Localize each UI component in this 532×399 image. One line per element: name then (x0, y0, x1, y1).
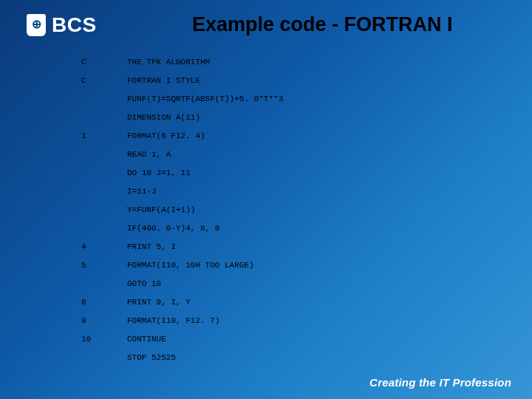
code-line: DIMENSION A(11) (81, 113, 502, 132)
bcs-logo: ⊕ BCS (27, 13, 97, 37)
code-line: CTHE TPK ALGORITHM (81, 58, 502, 76)
code-line: Y=FUNF(A(I+1)) (81, 205, 502, 224)
code-line: 8PRINT 9, I, Y (81, 298, 502, 316)
code-stmt: GOTO 10 (127, 279, 502, 288)
code-line: GOTO 10 (81, 279, 502, 298)
code-line: FUNF(T)=SQRTF(ABSF(T))+5. 0*T**3 (81, 95, 502, 113)
footer-bold: IT (439, 376, 449, 389)
code-line: 1FORMAT(6 F12. 4) (81, 132, 502, 150)
code-label: 4 (81, 242, 127, 251)
code-stmt: IF(400. 0-Y)4, 8, 8 (127, 224, 502, 233)
code-line: 9FORMAT(I10, F12. 7) (81, 316, 502, 335)
code-line: 5FORMAT(I10, 10H TOO LARGE) (81, 261, 502, 279)
bcs-logo-text: BCS (52, 13, 97, 37)
code-block: CTHE TPK ALGORITHM CFORTRAN I STYLE FUNF… (81, 58, 502, 372)
code-stmt: PRINT 5, I (127, 242, 502, 251)
code-line: STOP 52525 (81, 353, 502, 372)
code-stmt: DO 10 J=1, 11 (127, 168, 502, 177)
code-line: IF(400. 0-Y)4, 8, 8 (81, 224, 502, 242)
code-label: C (81, 76, 127, 85)
code-stmt: Y=FUNF(A(I+1)) (127, 205, 502, 214)
code-label: 9 (81, 316, 127, 325)
slide: ⊕ BCS Example code - FORTRAN I CTHE TPK … (0, 0, 532, 399)
page-title: Example code - FORTRAN I (192, 13, 510, 36)
code-stmt: FORMAT(I10, 10H TOO LARGE) (127, 261, 502, 270)
code-line: 4PRINT 5, I (81, 242, 502, 261)
code-line: I=11-J (81, 187, 502, 205)
bcs-logo-badge: ⊕ (27, 14, 46, 36)
code-label: 10 (81, 335, 127, 344)
code-label: C (81, 58, 127, 66)
code-label: 5 (81, 261, 127, 270)
code-line: DO 10 J=1, 11 (81, 168, 502, 187)
code-stmt: STOP 52525 (127, 353, 502, 362)
code-stmt: FORMAT(6 F12. 4) (127, 132, 502, 140)
code-stmt: FUNF(T)=SQRTF(ABSF(T))+5. 0*T**3 (127, 95, 502, 103)
code-stmt: THE TPK ALGORITHM (127, 58, 502, 66)
code-line: 10CONTINUE (81, 335, 502, 353)
code-stmt: I=11-J (127, 187, 502, 196)
code-stmt: CONTINUE (127, 335, 502, 344)
code-label: 8 (81, 298, 127, 307)
footer-suffix: Profession (449, 376, 511, 389)
footer-tagline: Creating the IT Profession (369, 376, 511, 389)
footer-prefix: Creating the (369, 376, 439, 389)
code-stmt: FORTRAN I STYLE (127, 76, 502, 85)
code-label: 1 (81, 132, 127, 140)
code-line: READ 1, A (81, 150, 502, 168)
code-stmt: FORMAT(I10, F12. 7) (127, 316, 502, 325)
code-line: CFORTRAN I STYLE (81, 76, 502, 95)
code-stmt: DIMENSION A(11) (127, 113, 502, 122)
bcs-logo-icon: ⊕ (32, 18, 41, 30)
code-stmt: PRINT 9, I, Y (127, 298, 502, 307)
code-stmt: READ 1, A (127, 150, 502, 159)
